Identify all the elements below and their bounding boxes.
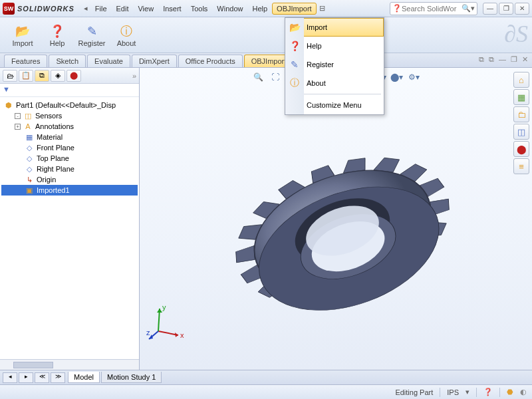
main-area: 🗁 📋 ⧉ ◈ ⬤ » ▼ ⬢ Part1 (Default<<Default>…	[0, 68, 532, 370]
tree-tab-dim-icon[interactable]: ◈	[51, 70, 65, 82]
status-units-dropdown-icon[interactable]: ▾	[466, 388, 469, 396]
status-mode: Editing Part	[395, 388, 433, 396]
mdi-restore-icon[interactable]: ❐	[511, 55, 517, 63]
task-pane: ⌂ ▦ 🗀 ◫ ⬤ ≡	[513, 72, 529, 174]
toolbar-about-button[interactable]: ⓘ About	[110, 22, 142, 49]
dropdown-item-label: About	[307, 79, 326, 87]
bottom-tab-next-icon[interactable]: ▸	[19, 372, 33, 383]
svg-marker-7	[175, 332, 178, 337]
toolbar-help-button[interactable]: ❓ Help	[41, 22, 73, 49]
bottom-tab-model[interactable]: Model	[68, 372, 100, 383]
taskpane-design-library-icon[interactable]: ▦	[513, 89, 529, 105]
mdi-next-icon[interactable]: ⧉	[489, 55, 494, 63]
svg-text:x: x	[180, 331, 184, 339]
expand-icon[interactable]: -	[15, 113, 21, 119]
menu-edit[interactable]: Edit	[112, 3, 134, 15]
tree-item-right-plane[interactable]: ◇Right Plane	[1, 164, 138, 174]
tree-label: Origin	[37, 176, 56, 184]
sidebar-scrollbar[interactable]	[0, 359, 139, 370]
menu-window[interactable]: Window	[212, 3, 247, 15]
statusbar: Editing Part IPS ▾ ❓ ⬣ ◐	[0, 384, 532, 399]
scene-icon[interactable]: ⬤▾	[389, 70, 404, 84]
menu-tools[interactable]: Tools	[186, 3, 213, 15]
tree-item-annotations[interactable]: +AAnnotations	[1, 121, 138, 132]
tree-item-front-plane[interactable]: ◇Front Plane	[1, 142, 138, 153]
tab-features[interactable]: Features	[4, 55, 47, 67]
menu-scroll-left-icon[interactable]: ◂	[81, 4, 90, 13]
sidebar-toolbar: 🗁 📋 ⧉ ◈ ⬤ »	[0, 68, 139, 84]
status-units[interactable]: IPS	[447, 388, 459, 396]
tree-item-material-not-specified-[interactable]: ▦Material	[1, 132, 138, 142]
toolbar-label: About	[117, 39, 136, 47]
minimize-button[interactable]: —	[483, 3, 497, 15]
tree-label: Top Plane	[37, 154, 69, 162]
maximize-button[interactable]: ❐	[499, 3, 513, 15]
taskpane-file-explorer-icon[interactable]: 🗀	[513, 106, 529, 122]
tab-dimxpert[interactable]: DimXpert	[132, 55, 177, 67]
taskpane-appearances-icon[interactable]: ⬤	[513, 141, 529, 157]
tree-root-part[interactable]: ⬢ Part1 (Default<<Default>_Disp	[1, 100, 138, 110]
tree-tab-property-icon[interactable]: 📋	[19, 70, 33, 82]
tree-node-icon: ◇	[25, 143, 34, 152]
tree-node-icon: ▣	[25, 186, 34, 195]
zoom-area-icon[interactable]: ⛶	[268, 70, 283, 84]
status-flag-icon[interactable]: ◐	[520, 388, 527, 396]
zoom-fit-icon[interactable]: 🔍	[251, 70, 265, 84]
command-tabs: Features Sketch Evaluate DimXpert Office…	[0, 53, 532, 68]
menu-help[interactable]: Help	[247, 3, 272, 15]
tree-item-top-plane[interactable]: ◇Top Plane	[1, 153, 138, 164]
bottom-tab-motion-study[interactable]: Motion Study 1	[101, 372, 162, 383]
dropdown-help[interactable]: ❓ Help	[285, 37, 384, 55]
svg-text:y: y	[162, 303, 166, 311]
search-dropdown-icon[interactable]: ▾	[471, 4, 475, 13]
bottom-tab-first-icon[interactable]: ≪	[35, 372, 49, 383]
taskpane-view-palette-icon[interactable]: ◫	[513, 124, 529, 140]
status-rebuild-icon[interactable]: ⬣	[507, 388, 513, 396]
dropdown-item-label: Register	[307, 61, 334, 68]
mdi-minimize-icon[interactable]: —	[499, 55, 506, 63]
mdi-prev-icon[interactable]: ⧉	[479, 55, 484, 63]
menu-insert[interactable]: Insert	[158, 3, 186, 15]
menu-view[interactable]: View	[133, 3, 158, 15]
search-icon[interactable]: 🔍	[462, 4, 471, 13]
tab-evaluate[interactable]: Evaluate	[87, 55, 130, 67]
gear-model	[216, 104, 469, 357]
taskpane-custom-props-icon[interactable]: ≡	[513, 158, 529, 174]
tree-item-imported1[interactable]: ▣Imported1	[1, 185, 138, 196]
search-input[interactable]	[402, 5, 462, 13]
tree-tab-feature-icon[interactable]: 🗁	[3, 70, 17, 82]
close-button[interactable]: ✕	[515, 3, 529, 15]
tab-office-products[interactable]: Office Products	[178, 55, 243, 67]
dropdown-about[interactable]: ⓘ About	[285, 74, 384, 92]
menu-pin-icon[interactable]: ⊟	[317, 4, 328, 13]
mdi-window-controls: ⧉ ⧉ — ❐ ✕	[476, 55, 528, 64]
dropdown-register[interactable]: ✎ Register	[285, 55, 384, 74]
toolbar-register-button[interactable]: ✎ Register	[76, 22, 108, 49]
view-settings-icon[interactable]: ⚙▾	[406, 70, 421, 84]
tab-sketch[interactable]: Sketch	[49, 55, 86, 67]
search-box[interactable]: ❓ 🔍 ▾	[390, 2, 477, 15]
tree-node-icon: ◇	[25, 154, 34, 163]
tree-tab-config-icon[interactable]: ⧉	[35, 70, 49, 82]
tree-node-icon: ◫	[23, 111, 33, 120]
bottom-tab-prev-icon[interactable]: ◂	[3, 372, 17, 383]
tree-label: Part1 (Default<<Default>_Disp	[16, 101, 116, 109]
feature-tree: ⬢ Part1 (Default<<Default>_Disp -◫Sensor…	[0, 97, 139, 359]
tree-filter[interactable]: ▼	[0, 84, 139, 97]
view-triad[interactable]: x y z	[146, 303, 186, 343]
menu-file[interactable]: File	[90, 3, 112, 15]
menu-objimport[interactable]: OBJImport	[272, 3, 317, 15]
toolbar-import-button[interactable]: 📂 Import	[7, 22, 39, 49]
dropdown-item-label: Import	[307, 23, 327, 31]
dropdown-import[interactable]: 📂 Import	[285, 18, 384, 37]
tree-item-sensors[interactable]: -◫Sensors	[1, 110, 138, 121]
tree-tab-render-icon[interactable]: ⬤	[66, 70, 81, 82]
expand-icon[interactable]: +	[15, 124, 21, 130]
tree-item-origin[interactable]: ↳Origin	[1, 174, 138, 185]
bottom-tab-last-icon[interactable]: ≫	[51, 372, 65, 383]
help-icon: ❓	[392, 4, 402, 13]
status-help-icon[interactable]: ❓	[483, 388, 493, 396]
taskpane-resources-icon[interactable]: ⌂	[513, 72, 529, 88]
mdi-close-icon[interactable]: ✕	[522, 55, 528, 63]
sidebar-overflow-icon[interactable]: »	[132, 72, 136, 80]
